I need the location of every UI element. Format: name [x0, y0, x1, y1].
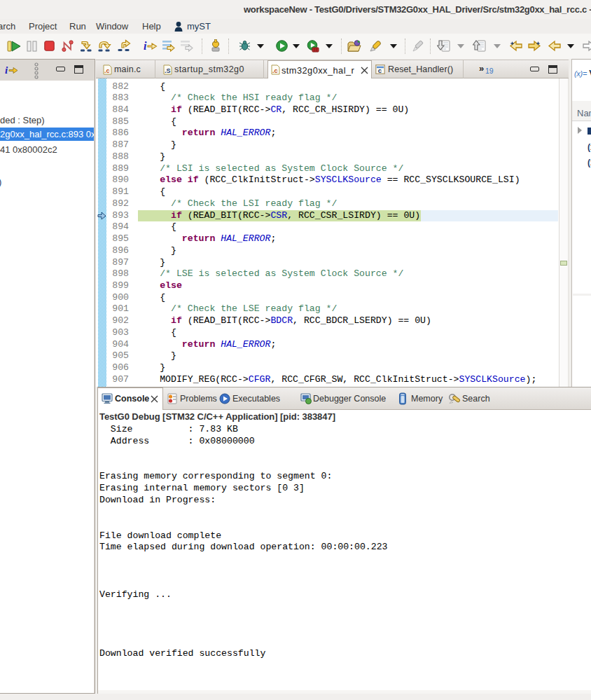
svg-text:.c: .c: [272, 67, 278, 74]
svg-text:c: c: [378, 67, 382, 74]
svg-text:i: i: [144, 40, 147, 52]
svg-text:i: i: [5, 64, 8, 76]
svg-text:.c: .c: [104, 67, 110, 74]
svg-text:.S: .S: [165, 67, 171, 74]
